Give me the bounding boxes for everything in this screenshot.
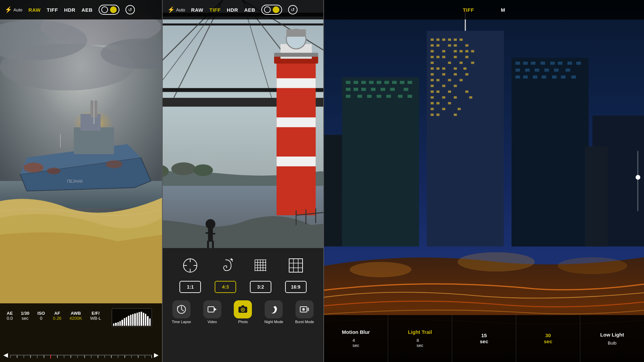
svg-rect-180 <box>516 69 520 72</box>
hist-bar-17 <box>147 316 148 326</box>
vert-slider-thumb[interactable] <box>636 175 640 180</box>
svg-rect-166 <box>367 95 372 98</box>
format-raw[interactable]: RAW <box>29 7 41 13</box>
lens-selector-p1[interactable] <box>99 5 119 15</box>
svg-rect-179 <box>576 62 581 65</box>
burst-icon-wrap <box>296 300 314 318</box>
focus-crosshair-button[interactable] <box>180 255 200 276</box>
svg-point-199 <box>458 252 535 272</box>
hist-bar-4 <box>119 321 121 326</box>
flash-icon-p2[interactable]: ⚡Auto <box>167 6 185 13</box>
camera-flip-button-p2[interactable]: ↺ <box>288 5 298 14</box>
lens-dot-2-p2[interactable] <box>273 6 279 13</box>
svg-rect-146 <box>454 114 457 116</box>
aspect-ratio-options: 1:1 4:3 3:2 16:9 <box>163 280 323 298</box>
panel3-bottom-bar: Motion Blur 4sec Light Trail 8sec 15sec … <box>324 315 644 362</box>
svg-rect-92 <box>454 39 457 41</box>
shutter-15sec[interactable]: 15sec <box>452 315 516 362</box>
mode-m-p3[interactable]: M <box>501 7 505 13</box>
svg-rect-127 <box>431 85 434 87</box>
panel2-bottom-bar: 1:1 4:3 3:2 16:9 Time Lapse <box>163 248 323 362</box>
shutter-stat[interactable]: 1/30 sec <box>21 311 29 321</box>
svg-rect-103 <box>465 50 468 52</box>
svg-rect-189 <box>542 75 546 78</box>
ratio-1-1[interactable]: 1:1 <box>179 281 201 293</box>
svg-point-12 <box>23 163 44 173</box>
svg-rect-153 <box>384 81 389 84</box>
svg-rect-93 <box>460 39 463 41</box>
rule-thirds-button[interactable] <box>286 255 306 276</box>
lens-dot-1-p2[interactable] <box>264 6 271 13</box>
ratio-3-2[interactable]: 3:2 <box>250 281 271 293</box>
camera-flip-button-p1[interactable]: ↺ <box>125 5 135 14</box>
ratio-16-9[interactable]: 16:9 <box>285 281 307 293</box>
svg-rect-160 <box>371 88 376 91</box>
exposure-vertical-slider[interactable] <box>635 147 640 215</box>
svg-rect-114 <box>431 67 434 70</box>
svg-rect-97 <box>454 44 457 47</box>
svg-rect-177 <box>558 62 562 65</box>
photo-label: Photo <box>238 320 248 324</box>
format-hdr-p1[interactable]: HDR <box>64 7 75 13</box>
format-hdr-p2[interactable]: HDR <box>227 7 238 13</box>
slider-track[interactable] <box>10 355 152 356</box>
motion-blur-value: 4sec <box>353 338 359 348</box>
svg-rect-94 <box>431 44 434 47</box>
format-tiff-p1[interactable]: TIFF <box>47 7 58 13</box>
iso-stat[interactable]: ISO 0 <box>37 311 45 321</box>
slider-marks <box>10 355 152 359</box>
fine-grid-button[interactable] <box>251 255 271 276</box>
shutter-light-trail[interactable]: Light Trail 8sec <box>388 315 452 362</box>
hist-bar-15 <box>143 313 144 326</box>
histogram <box>112 308 152 327</box>
svg-rect-120 <box>442 73 445 75</box>
svg-rect-90 <box>442 39 445 41</box>
tick-12 <box>84 355 85 358</box>
30sec-title: 30sec <box>544 333 552 345</box>
panel2-topbar: ⚡Auto RAW TIFF HDR AEB ↺ <box>163 0 323 19</box>
mode-photo[interactable]: Photo <box>229 300 256 324</box>
awb-stat[interactable]: AWB 4200K <box>69 311 82 321</box>
ae-stat[interactable]: AE 0.0 <box>7 311 13 321</box>
slider-right-arrow[interactable]: ▶ <box>154 351 159 359</box>
ef-stat[interactable]: E/F/ WB-L <box>90 311 101 321</box>
svg-rect-163 <box>404 88 408 91</box>
mode-burst[interactable]: Burst Mode <box>291 300 318 324</box>
lens-selector-p2[interactable] <box>261 5 282 15</box>
format-tiff-p2[interactable]: TIFF <box>209 7 221 13</box>
lens-dot-2[interactable] <box>110 6 117 13</box>
hist-bar-13 <box>139 312 140 326</box>
hist-bar-11 <box>134 313 136 326</box>
svg-rect-149 <box>354 81 358 84</box>
format-raw-p2[interactable]: RAW <box>191 7 204 13</box>
hist-bar-9 <box>130 315 131 326</box>
svg-rect-173 <box>523 62 528 65</box>
lens-dot-1[interactable] <box>101 6 108 13</box>
slider-left-arrow[interactable]: ◀ <box>3 351 8 359</box>
svg-point-13 <box>47 168 60 174</box>
mode-video[interactable]: Video <box>199 300 226 324</box>
exposure-slider[interactable]: ◀ <box>0 351 162 359</box>
mode-night[interactable]: Night Mode <box>260 300 287 324</box>
hist-bar-7 <box>126 317 127 326</box>
format-aeb-p2[interactable]: AEB <box>244 7 255 13</box>
svg-rect-35 <box>286 29 306 37</box>
svg-rect-188 <box>533 75 537 78</box>
shutter-motion-blur[interactable]: Motion Blur 4sec <box>324 315 388 362</box>
svg-rect-111 <box>448 62 451 64</box>
format-tiff-p3[interactable]: TIFF <box>463 7 474 13</box>
format-aeb-p1[interactable]: AEB <box>82 7 93 13</box>
svg-point-198 <box>350 262 412 277</box>
shutter-30sec[interactable]: 30sec <box>516 315 580 362</box>
svg-rect-101 <box>454 50 457 52</box>
ratio-4-3[interactable]: 4:3 <box>215 281 236 293</box>
shutter-low-light[interactable]: Low Light Bulb <box>580 315 644 362</box>
svg-rect-169 <box>398 95 402 98</box>
hist-bar-14 <box>141 312 142 326</box>
tick-22 <box>151 355 152 358</box>
af-stat[interactable]: AF 0.26 <box>53 311 61 321</box>
svg-rect-193 <box>324 135 342 246</box>
flash-icon[interactable]: ⚡Auto <box>5 6 22 13</box>
mode-timelapse[interactable]: Time Lapse <box>168 300 195 324</box>
golden-spiral-button[interactable] <box>215 255 235 276</box>
